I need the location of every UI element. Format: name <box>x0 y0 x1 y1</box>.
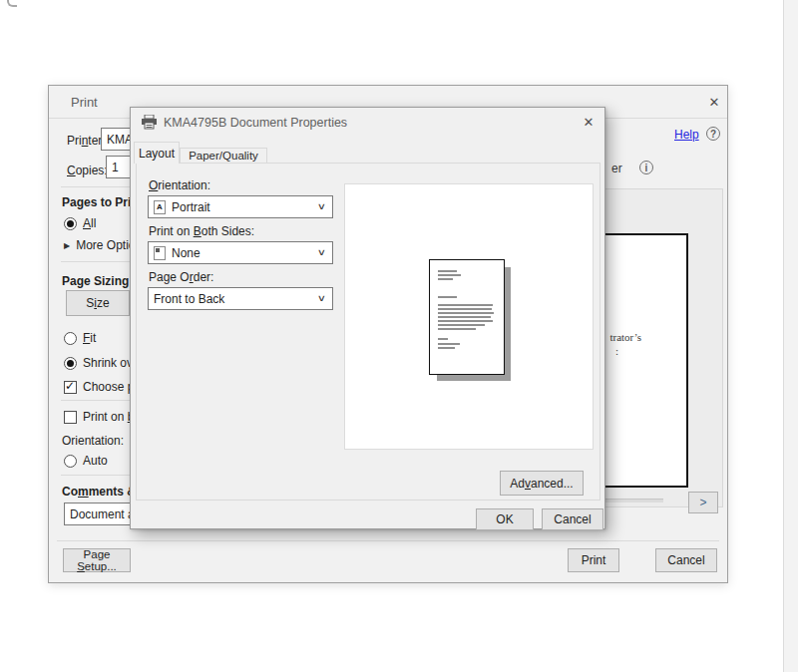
both-sides-select[interactable]: None ∨ <box>148 241 333 264</box>
orientation-preview-box <box>344 183 594 450</box>
divider <box>57 540 719 541</box>
document-properties-dialog: KMA4795B Document Properties ✕ Layout Pa… <box>130 107 605 529</box>
advanced-button[interactable]: Advanced... <box>500 471 584 496</box>
print-button[interactable]: Print <box>568 548 619 572</box>
save-ink-label-fragment: er <box>611 162 622 175</box>
tab-layout[interactable]: Layout <box>134 142 180 164</box>
radio-auto[interactable]: Auto <box>64 454 108 468</box>
page-thumbnail <box>429 259 505 375</box>
radio-fit[interactable]: Fit <box>64 331 96 345</box>
radio-icon <box>64 332 77 345</box>
properties-cancel-button[interactable]: Cancel <box>542 508 603 530</box>
print-dialog-title: Print <box>71 95 98 110</box>
printer-icon <box>141 115 158 133</box>
page-order-label: Page Order: <box>149 270 213 284</box>
next-page-button[interactable]: > <box>688 492 718 513</box>
chevron-down-icon: ∨ <box>317 293 326 303</box>
properties-dialog-title: KMA4795B Document Properties <box>164 116 347 130</box>
triangle-right-icon: ▶ <box>64 241 70 250</box>
printer-label: Printer: <box>67 134 106 148</box>
orientation-label: Orientation: <box>62 434 124 448</box>
help-link[interactable]: Help <box>674 128 699 142</box>
page-icon <box>154 246 166 260</box>
screen-artifact <box>7 0 17 7</box>
layout-tab-panel: Orientation: A Portrait ∨ Print on Both … <box>136 163 600 501</box>
radio-icon <box>64 217 77 230</box>
page-order-select[interactable]: Front to Back ∨ <box>148 287 333 310</box>
close-icon[interactable]: ✕ <box>580 115 598 131</box>
portrait-page-icon: A <box>154 200 166 214</box>
tab-paper-quality[interactable]: Paper/Quality <box>180 148 267 163</box>
size-button[interactable]: Size <box>66 290 130 316</box>
help-question-icon[interactable]: ? <box>706 127 720 141</box>
close-icon[interactable]: ✕ <box>705 95 723 111</box>
scrollbar[interactable] <box>783 0 798 672</box>
page-setup-button[interactable]: Page Setup... <box>63 548 131 572</box>
ok-button[interactable]: OK <box>476 508 534 530</box>
checkbox-icon <box>64 381 77 394</box>
info-icon[interactable]: i <box>639 161 653 174</box>
radio-all[interactable]: All <box>64 216 96 230</box>
radio-icon <box>64 357 77 370</box>
orientation-select[interactable]: A Portrait ∨ <box>148 195 333 218</box>
radio-icon <box>64 455 77 468</box>
chevron-down-icon: ∨ <box>317 201 326 211</box>
chevron-down-icon: ∨ <box>317 247 326 257</box>
print-both-sides-label: Print on Both Sides: <box>149 224 254 238</box>
checkbox-icon <box>64 411 77 424</box>
copies-label: Copies: <box>67 164 108 177</box>
orientation-label: Orientation: <box>149 178 210 192</box>
print-cancel-button[interactable]: Cancel <box>655 548 717 572</box>
